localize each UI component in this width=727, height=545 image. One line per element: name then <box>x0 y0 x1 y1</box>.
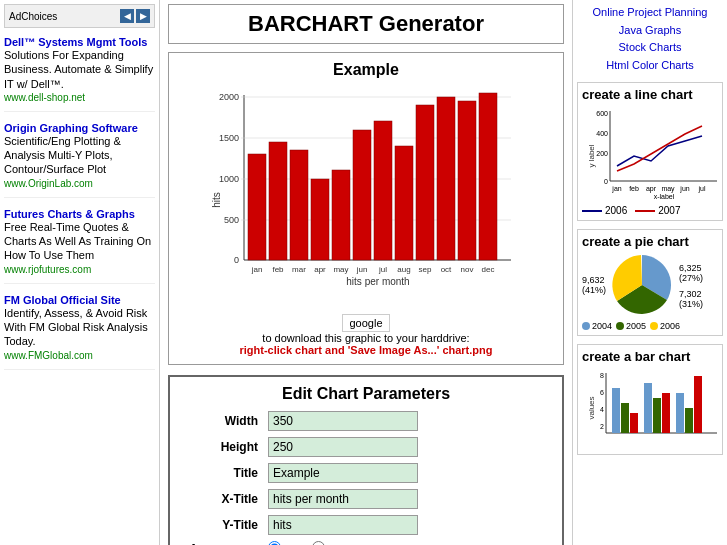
svg-text:may: may <box>661 185 675 193</box>
svg-text:jun: jun <box>679 185 689 193</box>
download-text: to download this graphic to your harddri… <box>262 332 469 344</box>
svg-text:jan: jan <box>251 265 263 274</box>
mini-pie-chart: create a pie chart 9,632(41%) 6,325(27%) <box>577 229 723 336</box>
ad-body-4: Identify, Assess, & Avoid Risk With FM G… <box>4 306 155 349</box>
pie-legend-label-2005: 2005 <box>626 321 646 331</box>
ad-link-2[interactable]: Origin Graphing Software <box>4 122 138 134</box>
svg-text:8: 8 <box>600 372 604 379</box>
svg-text:0: 0 <box>604 178 608 185</box>
svg-text:nov: nov <box>461 265 474 274</box>
param-input-height[interactable] <box>268 437 418 457</box>
appearance-flat-label[interactable]: Flat <box>268 541 304 545</box>
pie-legend-label-2004: 2004 <box>592 321 612 331</box>
svg-rect-22 <box>353 130 371 260</box>
right-link-2[interactable]: Java Graphs <box>577 22 723 40</box>
param-label-width: Width <box>178 414 268 428</box>
param-row-appearance: Appearance Flat 3-D <box>178 541 554 545</box>
pie-chart-area: 9,632(41%) 6,325(27%) 7,302(31%) <box>582 253 718 318</box>
param-row-ytitle: Y-Title <box>178 515 554 535</box>
param-label-title: Title <box>178 466 268 480</box>
svg-text:feb: feb <box>629 185 639 192</box>
svg-rect-59 <box>621 403 629 433</box>
ad-link-1[interactable]: Dell™ Systems Mgmt Tools <box>4 36 147 48</box>
pie-chart-title: create a pie chart <box>582 234 718 249</box>
mini-bar-chart-svg: values 8 6 4 2 <box>582 368 722 448</box>
svg-text:4: 4 <box>600 406 604 413</box>
download-section: google to download this graphic to your … <box>177 314 555 356</box>
svg-rect-63 <box>662 393 670 433</box>
mini-bar-chart: create a bar chart values 8 6 4 2 <box>577 344 723 455</box>
right-link-4[interactable]: Html Color Charts <box>577 57 723 75</box>
param-input-width[interactable] <box>268 411 418 431</box>
ad-link-3[interactable]: Futures Charts & Graphs <box>4 208 135 220</box>
svg-rect-12 <box>248 154 266 260</box>
svg-text:1000: 1000 <box>219 174 239 184</box>
right-link-3[interactable]: Stock Charts <box>577 39 723 57</box>
param-row-xtitle: X-Title <box>178 489 554 509</box>
param-label-ytitle: Y-Title <box>178 518 268 532</box>
svg-text:values: values <box>587 397 596 420</box>
line-chart-title: create a line chart <box>582 87 718 102</box>
svg-rect-62 <box>653 398 661 433</box>
pie-dot-2004 <box>582 322 590 330</box>
pie-label-6325: 6,325(27%) <box>679 263 703 283</box>
svg-text:600: 600 <box>596 110 608 117</box>
svg-text:may: may <box>333 265 348 274</box>
svg-rect-61 <box>644 383 652 433</box>
svg-text:apr: apr <box>314 265 326 274</box>
save-link[interactable]: right-click chart and 'Save Image As...'… <box>239 344 492 356</box>
right-link-1[interactable]: Online Project Planning <box>577 4 723 22</box>
right-sidebar: Online Project Planning Java Graphs Stoc… <box>572 0 727 545</box>
pie-legend-2005: 2005 <box>616 321 646 331</box>
svg-rect-18 <box>311 179 329 260</box>
appearance-flat-radio[interactable] <box>268 541 281 545</box>
ad-link-4[interactable]: FM Global Official Site <box>4 294 121 306</box>
svg-rect-20 <box>332 170 350 260</box>
svg-text:jan: jan <box>611 185 621 193</box>
svg-text:jul: jul <box>697 185 705 193</box>
svg-text:200: 200 <box>596 150 608 157</box>
ad-url-1: www.dell-shop.net <box>4 92 85 103</box>
ad-choices-label: AdChoices <box>9 11 57 22</box>
google-button[interactable]: google <box>342 314 389 332</box>
svg-text:1500: 1500 <box>219 133 239 143</box>
ad-prev-button[interactable]: ◀ <box>120 9 134 23</box>
page-title: BARCHART Generator <box>168 4 564 44</box>
svg-rect-58 <box>612 388 620 433</box>
legend-label-2006: 2006 <box>605 205 627 216</box>
pie-chart-svg <box>610 253 675 318</box>
appearance-3d-label[interactable]: 3-D <box>312 541 348 545</box>
pie-dot-2005 <box>616 322 624 330</box>
chart-title: Example <box>177 61 555 79</box>
param-input-ytitle[interactable] <box>268 515 418 535</box>
ad-next-button[interactable]: ▶ <box>136 9 150 23</box>
param-input-title[interactable] <box>268 463 418 483</box>
ad-body-3: Free Real-Time Quotes & Charts As Well A… <box>4 220 155 263</box>
ad-url-2: www.OriginLab.com <box>4 178 93 189</box>
ad-choices-bar: AdChoices ◀ ▶ <box>4 4 155 28</box>
param-row-width: Width <box>178 411 554 431</box>
param-input-xtitle[interactable] <box>268 489 418 509</box>
pie-legend-2006: 2006 <box>650 321 680 331</box>
right-links: Online Project Planning Java Graphs Stoc… <box>577 4 723 74</box>
svg-text:hits per month: hits per month <box>346 276 409 287</box>
svg-text:dec: dec <box>482 265 495 274</box>
bar-chart-svg: hits 2000 1500 1000 500 <box>206 85 526 305</box>
appearance-3d-radio[interactable] <box>312 541 325 545</box>
svg-text:apr: apr <box>646 185 657 193</box>
legend-2006: 2006 <box>582 205 627 216</box>
svg-text:jul: jul <box>378 265 387 274</box>
chart-container: Example hits 2000 1500 1000 <box>168 52 564 365</box>
svg-rect-16 <box>290 150 308 260</box>
param-label-height: Height <box>178 440 268 454</box>
svg-text:500: 500 <box>224 215 239 225</box>
svg-text:400: 400 <box>596 130 608 137</box>
line-chart-legend: 2006 2007 <box>582 205 718 216</box>
svg-rect-14 <box>269 142 287 260</box>
line-chart-svg: y label 600 400 200 0 jan feb apr may ju… <box>582 106 722 201</box>
pie-labels-left: 9,632(41%) <box>582 275 606 297</box>
svg-rect-32 <box>458 101 476 260</box>
pie-label-7302: 7,302(31%) <box>679 289 703 309</box>
svg-rect-64 <box>676 393 684 433</box>
edit-params-title: Edit Chart Parameters <box>178 385 554 403</box>
